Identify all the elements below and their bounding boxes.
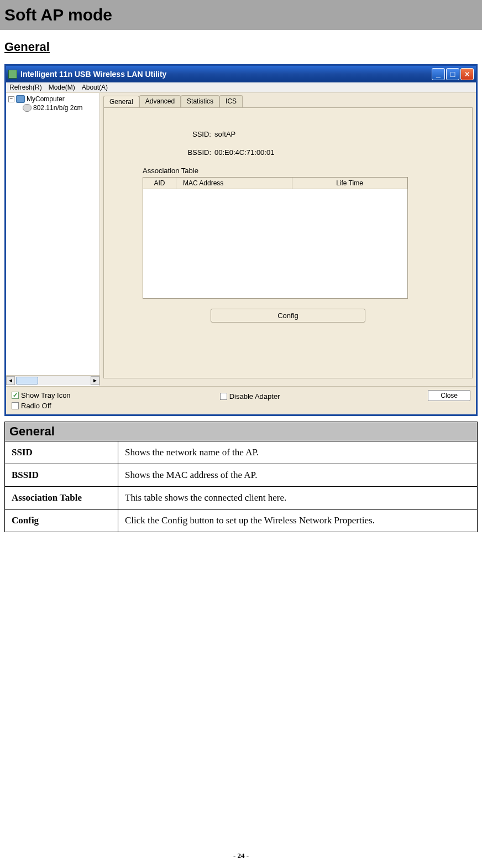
network-adapter-icon (23, 104, 32, 112)
radio-off-checkbox[interactable]: ✓ (12, 402, 19, 409)
app-icon (8, 70, 17, 79)
desc-val: Shows the network name of the AP. (118, 441, 478, 464)
device-tree-pane: − MyComputer 802.11n/b/g 2cm ◄ ► (6, 93, 100, 386)
page-number: - 24 - (0, 851, 482, 860)
tab-general[interactable]: General (103, 96, 139, 108)
maximize-button[interactable]: □ (446, 68, 459, 80)
menu-mode[interactable]: Mode(M) (49, 84, 75, 91)
ssid-value: softAP (214, 130, 235, 138)
computer-icon (16, 95, 25, 103)
tab-statistics[interactable]: Statistics (181, 95, 219, 107)
close-window-button[interactable]: × (460, 68, 474, 80)
desc-key: Config (5, 510, 118, 532)
disable-adapter-checkbox[interactable]: ✓ (220, 393, 227, 400)
radio-off-label: Radio Off (21, 402, 51, 410)
disable-adapter-label: Disable Adapter (229, 392, 280, 401)
tree-root-label[interactable]: MyComputer (27, 95, 65, 103)
desc-key: Association Table (5, 487, 118, 510)
table-row: BSSID Shows the MAC address of the AP. (5, 464, 478, 487)
window-titlebar: Intelligent 11n USB Wireless LAN Utility… (6, 66, 476, 82)
scroll-right-icon[interactable]: ► (91, 376, 99, 385)
scroll-left-icon[interactable]: ◄ (6, 376, 15, 385)
tree-collapse-icon[interactable]: − (8, 96, 14, 102)
tree-child-label[interactable]: 802.11n/b/g 2cm (33, 104, 82, 112)
show-tray-label: Show Tray Icon (21, 391, 71, 399)
tab-content-general: SSID: softAP BSSID: 00:E0:4C:71:00:01 As… (103, 107, 473, 378)
table-row: Config Click the Config button to set up… (5, 510, 478, 532)
scroll-thumb[interactable] (16, 377, 38, 384)
app-window: Intelligent 11n USB Wireless LAN Utility… (4, 64, 478, 416)
config-button[interactable]: Config (211, 309, 365, 323)
tab-strip: General Advanced Statistics ICS (103, 95, 473, 107)
desc-val: This table shows the connected client he… (118, 487, 478, 510)
col-life-time[interactable]: Life Time (292, 178, 407, 189)
desc-key: SSID (5, 441, 118, 464)
bssid-label: BSSID: (154, 148, 214, 157)
col-mac[interactable]: MAC Address (176, 178, 292, 189)
general-description-table: General SSID Shows the network name of t… (4, 422, 478, 532)
col-aid[interactable]: AID (143, 178, 176, 189)
desc-val: Shows the MAC address of the AP. (118, 464, 478, 487)
table-row: SSID Shows the network name of the AP. (5, 441, 478, 464)
menu-about[interactable]: About(A) (82, 84, 108, 91)
desc-key: BSSID (5, 464, 118, 487)
section-header: Soft AP mode (0, 0, 482, 30)
show-tray-checkbox[interactable]: ✓ (12, 392, 19, 399)
bssid-value: 00:E0:4C:71:00:01 (214, 148, 274, 157)
window-title: Intelligent 11n USB Wireless LAN Utility (20, 70, 432, 79)
bottom-bar: ✓ Show Tray Icon ✓ Radio Off ✓ Disable A… (6, 386, 476, 414)
association-table-label: Association Table (143, 167, 455, 175)
association-table: AID MAC Address Life Time (143, 177, 408, 299)
minimize-button[interactable]: _ (432, 68, 445, 80)
close-button[interactable]: Close (428, 390, 470, 401)
tree-scrollbar[interactable]: ◄ ► (6, 375, 99, 385)
tab-advanced[interactable]: Advanced (139, 95, 181, 107)
table-row: Association Table This table shows the c… (5, 487, 478, 510)
desc-table-header: General (5, 422, 478, 441)
menu-bar: Refresh(R) Mode(M) About(A) (6, 82, 476, 93)
ssid-label: SSID: (154, 130, 214, 138)
subsection-title: General (0, 30, 482, 59)
menu-refresh[interactable]: Refresh(R) (9, 84, 42, 91)
desc-val: Click the Config button to set up the Wi… (118, 510, 478, 532)
tab-ics[interactable]: ICS (219, 95, 243, 107)
